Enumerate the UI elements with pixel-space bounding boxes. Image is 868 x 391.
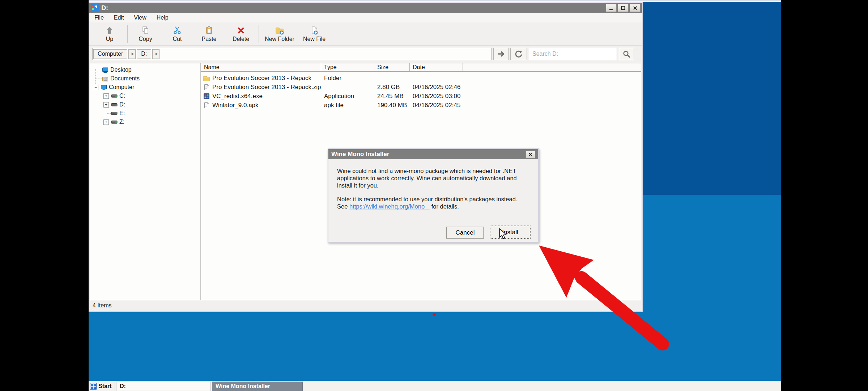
folder-icon bbox=[203, 75, 210, 82]
dialog-note-line: Note: it is recommended to use your dist… bbox=[337, 196, 529, 203]
folder-tree: Desktop Documents − Computer + C: + D: bbox=[90, 63, 201, 302]
file-list-header: Name Type Size Date bbox=[201, 63, 641, 72]
cancel-button[interactable]: Cancel bbox=[446, 227, 484, 239]
copy-icon bbox=[141, 26, 150, 35]
zip-file-icon bbox=[203, 84, 210, 91]
wine-mono-dialog: Wine Mono Installer Wine could not find … bbox=[328, 148, 539, 243]
menu-file[interactable]: File bbox=[93, 14, 107, 22]
maximize-icon bbox=[620, 5, 626, 11]
tree-item-drive-d[interactable]: + D: bbox=[90, 100, 200, 109]
search-icon bbox=[622, 50, 630, 58]
taskbar: Start D: Wine Mono Installer bbox=[89, 381, 781, 391]
new-folder-icon bbox=[275, 26, 284, 35]
breadcrumb-drive-d[interactable]: D: bbox=[137, 49, 151, 59]
file-rows: Pro Evolution Soccer 2013 - Repack Folde… bbox=[201, 72, 641, 110]
new-folder-button[interactable]: New Folder bbox=[261, 24, 298, 45]
expand-expander[interactable]: + bbox=[103, 102, 109, 108]
chevron-right-icon: > bbox=[128, 49, 136, 59]
toolbar: Up Copy Cut Paste Delete New Folder New … bbox=[89, 22, 642, 46]
toolbar-separator bbox=[259, 25, 259, 43]
wine-mono-link[interactable]: https://wiki.winehq.org/Mono bbox=[349, 203, 430, 210]
dialog-text-line: applications to work correctly. Wine can… bbox=[337, 175, 529, 182]
file-row[interactable]: VC_redist.x64.exe Application 24.45 MB 0… bbox=[201, 92, 641, 101]
expand-expander[interactable]: + bbox=[103, 119, 109, 125]
monitor-icon bbox=[102, 67, 109, 73]
tree-item-computer[interactable]: − Computer bbox=[90, 83, 200, 92]
menu-view[interactable]: View bbox=[132, 14, 150, 22]
exe-file-icon bbox=[203, 93, 210, 100]
menu-bar: File Edit View Help bbox=[89, 13, 642, 22]
monitor-icon bbox=[101, 84, 107, 91]
documents-folder-icon bbox=[102, 75, 109, 82]
drive-icon bbox=[111, 93, 118, 99]
refresh-button[interactable] bbox=[510, 48, 527, 60]
start-icon bbox=[90, 383, 97, 390]
drive-icon bbox=[111, 119, 118, 125]
expand-expander[interactable]: + bbox=[103, 93, 109, 99]
start-button[interactable]: Start bbox=[89, 381, 115, 391]
refresh-icon bbox=[515, 50, 523, 58]
start-label: Start bbox=[98, 383, 111, 390]
minimize-icon bbox=[608, 5, 614, 11]
taskbar-button-wine-mono-installer[interactable]: Wine Mono Installer bbox=[212, 382, 303, 391]
taskbar-button-drive-d[interactable]: D: bbox=[116, 382, 210, 391]
tree-item-documents[interactable]: Documents bbox=[90, 74, 200, 83]
go-arrow-icon bbox=[497, 50, 505, 58]
status-bar: 4 Items bbox=[90, 300, 641, 311]
copy-button[interactable]: Copy bbox=[129, 24, 161, 45]
breadcrumb[interactable]: Computer > D: > bbox=[92, 48, 492, 60]
file-row[interactable]: Winlator_9.0.apk apk file 190.40 MB 04/1… bbox=[201, 101, 641, 110]
menu-help[interactable]: Help bbox=[155, 14, 172, 22]
tree-item-drive-e[interactable]: E: bbox=[90, 109, 200, 118]
dialog-title: Wine Mono Installer bbox=[331, 151, 389, 158]
tree-item-desktop[interactable]: Desktop bbox=[90, 66, 200, 74]
window-controls bbox=[606, 4, 641, 12]
collapse-expander[interactable]: − bbox=[93, 85, 98, 90]
file-row[interactable]: Pro Evolution Soccer 2013 - Repack Folde… bbox=[201, 73, 641, 83]
column-header-size[interactable]: Size bbox=[374, 63, 410, 71]
screenshot-root: { "colors":{ "desktop_dark":"#055399","d… bbox=[0, 0, 868, 391]
item-count: 4 Items bbox=[93, 302, 111, 309]
menu-edit[interactable]: Edit bbox=[112, 14, 128, 22]
dialog-text-line: install it for you. bbox=[337, 182, 529, 189]
search-button[interactable] bbox=[619, 48, 634, 60]
dialog-text-line: Wine could not find a wine-mono package … bbox=[337, 167, 529, 175]
drive-icon bbox=[111, 110, 118, 117]
paste-button[interactable]: Paste bbox=[193, 24, 225, 45]
column-header-name[interactable]: Name bbox=[201, 63, 321, 71]
minimize-button[interactable] bbox=[606, 4, 617, 12]
go-button[interactable] bbox=[493, 48, 509, 60]
address-bar: Computer > D: > bbox=[89, 46, 642, 62]
search-input[interactable] bbox=[529, 48, 617, 60]
maximize-button[interactable] bbox=[618, 4, 629, 12]
dialog-titlebar[interactable]: Wine Mono Installer bbox=[328, 149, 538, 159]
close-icon bbox=[528, 152, 533, 157]
delete-icon bbox=[236, 26, 246, 35]
tree-item-drive-c[interactable]: + C: bbox=[90, 92, 200, 100]
red-dot-marker bbox=[433, 313, 436, 316]
close-button[interactable] bbox=[630, 4, 641, 12]
cut-icon bbox=[173, 26, 182, 35]
column-header-date[interactable]: Date bbox=[410, 63, 463, 71]
file-row[interactable]: Pro Evolution Soccer 2013 - Repack.zip 2… bbox=[201, 83, 641, 92]
drive-icon bbox=[111, 101, 118, 108]
breadcrumb-computer[interactable]: Computer bbox=[93, 49, 127, 59]
dialog-close-button[interactable] bbox=[526, 151, 535, 158]
paste-icon bbox=[204, 26, 214, 35]
cut-button[interactable]: Cut bbox=[161, 24, 193, 45]
dialog-body: Wine could not find a wine-mono package … bbox=[328, 159, 538, 210]
tree-item-drive-z[interactable]: + Z: bbox=[90, 118, 200, 126]
screen-top-edge bbox=[89, 0, 781, 2]
delete-button[interactable]: Delete bbox=[225, 24, 257, 45]
window-title: D: bbox=[101, 4, 108, 12]
install-button[interactable]: Install bbox=[490, 226, 531, 239]
new-file-button[interactable]: New File bbox=[298, 24, 330, 45]
new-file-icon bbox=[310, 26, 319, 35]
column-header-type[interactable]: Type bbox=[321, 63, 374, 71]
up-button[interactable]: Up bbox=[94, 24, 125, 45]
apk-file-icon bbox=[203, 102, 210, 109]
window-titlebar[interactable]: D: bbox=[89, 3, 642, 13]
dialog-note-line: See https://wiki.winehq.org/Mono for det… bbox=[337, 203, 529, 210]
toolbar-separator bbox=[127, 25, 128, 43]
column-header-empty bbox=[463, 63, 641, 71]
